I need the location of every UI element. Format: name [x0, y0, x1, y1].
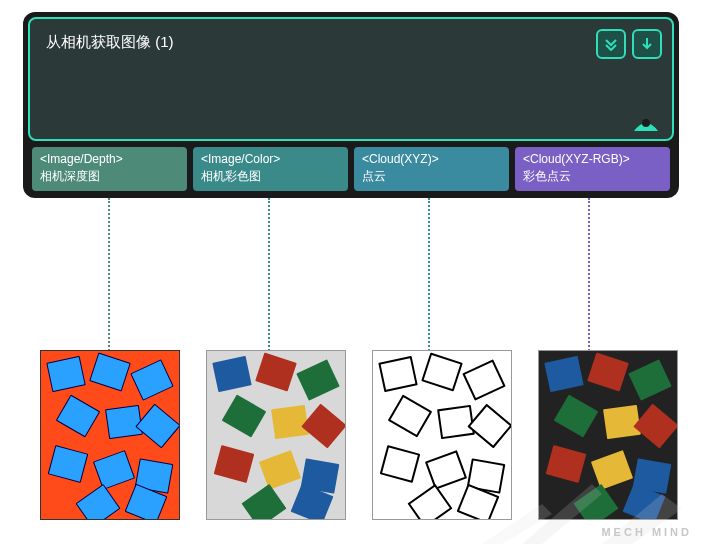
output-port-cloud-xyzrgb[interactable]: <Cloud(XYZ-RGB)> 彩色点云 [515, 147, 670, 191]
output-port-depth[interactable]: <Image/Depth> 相机深度图 [32, 147, 187, 191]
preview-colored-point-cloud [538, 350, 678, 520]
connector-line-xyz [428, 198, 430, 358]
node-title: 从相机获取图像 (1) [46, 33, 656, 52]
port-label: 彩色点云 [523, 168, 662, 185]
preview-depth-image [40, 350, 180, 520]
output-port-cloud-xyz[interactable]: <Cloud(XYZ)> 点云 [354, 147, 509, 191]
svg-point-0 [642, 119, 650, 127]
port-label: 相机彩色图 [201, 168, 340, 185]
port-type: <Cloud(XYZ-RGB)> [523, 151, 662, 168]
collapse-down-icon[interactable] [596, 29, 626, 59]
preview-point-cloud [372, 350, 512, 520]
port-type: <Cloud(XYZ)> [362, 151, 501, 168]
port-type: <Image/Depth> [40, 151, 179, 168]
port-label: 点云 [362, 168, 501, 185]
port-type: <Image/Color> [201, 151, 340, 168]
connector-line-color [268, 198, 270, 358]
header-icon-group [596, 29, 662, 59]
visibility-eye-icon[interactable] [632, 113, 660, 133]
connector-line-depth [108, 198, 110, 358]
watermark-text: MECH MIND [601, 526, 692, 538]
preview-color-image [206, 350, 346, 520]
node-header[interactable]: 从相机获取图像 (1) [28, 17, 674, 141]
port-label: 相机深度图 [40, 168, 179, 185]
step-node-card: 从相机获取图像 (1) <Image/Depth> 相机深度图 <Image/C… [23, 12, 679, 198]
output-ports-row: <Image/Depth> 相机深度图 <Image/Color> 相机彩色图 … [28, 147, 674, 191]
output-port-color[interactable]: <Image/Color> 相机彩色图 [193, 147, 348, 191]
preview-thumbnails-row [40, 350, 682, 520]
download-arrow-icon[interactable] [632, 29, 662, 59]
connector-line-xyzrgb [588, 198, 590, 358]
